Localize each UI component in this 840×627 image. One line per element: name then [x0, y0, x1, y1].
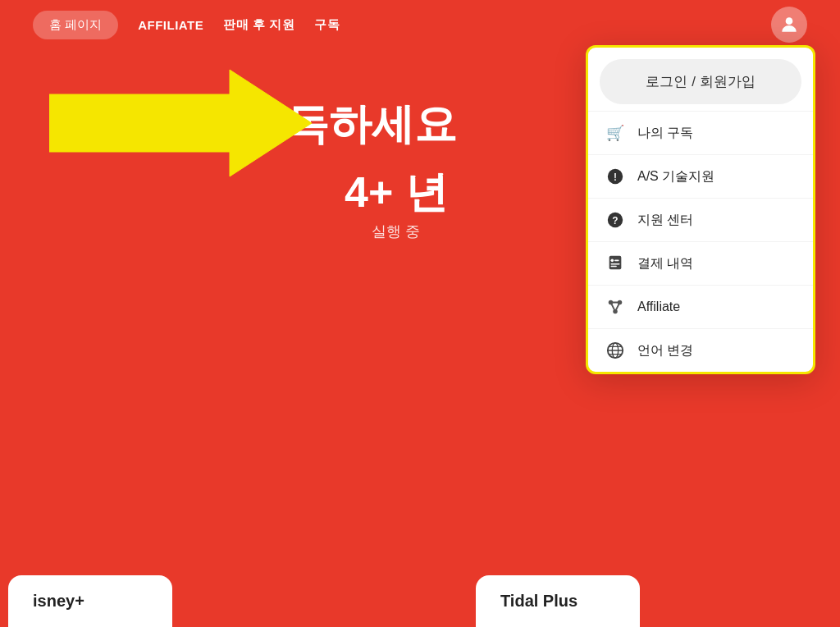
nav-home-button[interactable]: 홈 페이지 [33, 11, 118, 39]
bottom-cards: isney+ Tidal Plus [0, 575, 840, 627]
globe-icon [605, 340, 626, 361]
menu-item-language[interactable]: 언어 변경 [588, 328, 813, 372]
card-disney: isney+ [8, 575, 172, 627]
user-icon [778, 14, 800, 35]
stat-big: 4+ 년 [345, 164, 448, 222]
arrow-graphic [49, 66, 312, 184]
affiliate-icon [605, 296, 626, 318]
menu-item-support-center[interactable]: ? 지원 센터 [588, 198, 813, 241]
menu-label-payment-history: 결제 내역 [637, 255, 693, 272]
card-tidal: Tidal Plus [476, 575, 640, 627]
menu-label-language: 언어 변경 [637, 342, 693, 359]
receipt-icon [605, 253, 626, 274]
nav-support-link[interactable]: 판매 후 지원 [223, 17, 294, 33]
svg-line-15 [611, 303, 616, 312]
menu-label-affiliate: Affiliate [637, 300, 680, 314]
dropdown-menu: 로그인 / 회원가입 🛒 나의 구독 ! A/S 기술지원 ? 지원 센터 [586, 45, 815, 374]
svg-marker-1 [49, 70, 312, 176]
svg-point-0 [786, 17, 793, 25]
menu-label-support-center: 지원 센터 [637, 212, 693, 229]
alert-icon: ! [605, 166, 626, 187]
svg-point-7 [611, 259, 614, 263]
question-icon: ? [605, 209, 626, 231]
card-tidal-label: Tidal Plus [500, 592, 615, 611]
stat-sub: 실행 중 [345, 222, 448, 241]
menu-item-payment-history[interactable]: 결제 내역 [588, 241, 813, 285]
svg-text:?: ? [612, 215, 618, 227]
cart-icon: 🛒 [605, 122, 626, 144]
avatar-button[interactable] [771, 7, 807, 43]
menu-item-my-subscription[interactable]: 🛒 나의 구독 [588, 111, 813, 154]
menu-label-as-support: A/S 기술지원 [637, 168, 714, 185]
svg-text:!: ! [614, 172, 617, 183]
header: 홈 페이지 AFFILIATE 판매 후 지원 구독 [0, 0, 840, 49]
svg-rect-9 [611, 263, 620, 264]
svg-rect-10 [611, 266, 617, 267]
stats-area: 4+ 년 실행 중 [345, 164, 448, 241]
svg-rect-8 [614, 259, 619, 261]
card-disney-label: isney+ [33, 592, 148, 611]
svg-line-16 [615, 303, 620, 312]
nav-subscribe-link[interactable]: 구독 [314, 17, 340, 33]
menu-item-affiliate[interactable]: Affiliate [588, 285, 813, 328]
svg-rect-6 [609, 256, 622, 270]
menu-label-my-subscription: 나의 구독 [637, 125, 693, 142]
menu-item-as-support[interactable]: ! A/S 기술지원 [588, 154, 813, 198]
nav-affiliate-link[interactable]: AFFILIATE [138, 18, 203, 32]
login-button[interactable]: 로그인 / 회원가입 [600, 59, 801, 104]
